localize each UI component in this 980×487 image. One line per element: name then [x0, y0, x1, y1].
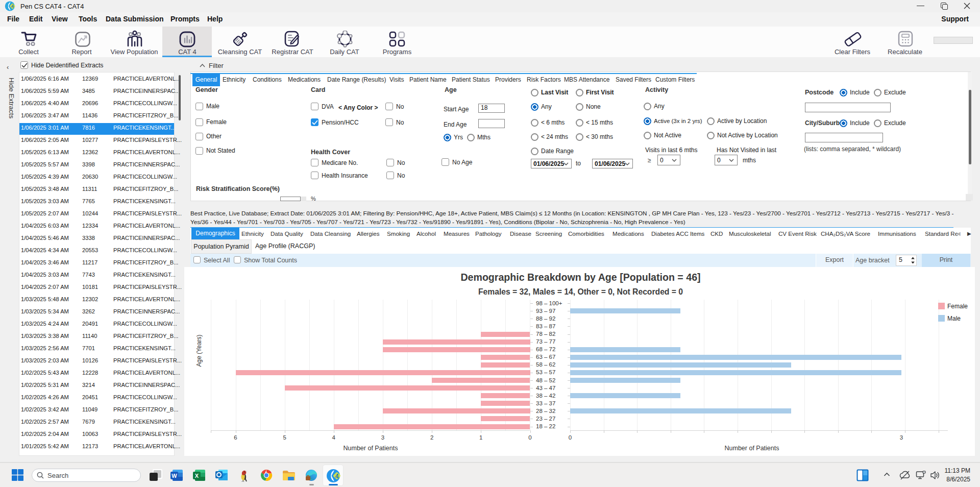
svg-text:X: X — [195, 473, 199, 479]
svg-text:4: 4 — [335, 473, 339, 480]
svg-text:4: 4 — [11, 4, 14, 9]
svg-text:W: W — [172, 473, 177, 479]
